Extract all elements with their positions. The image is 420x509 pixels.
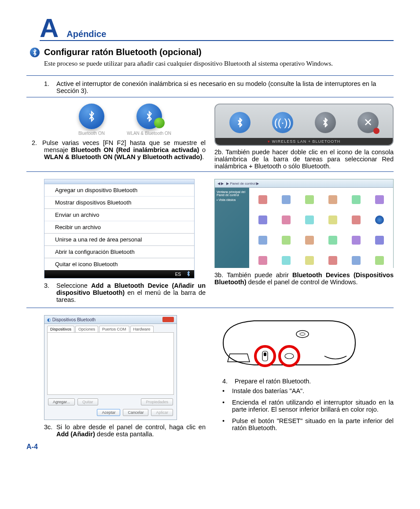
cancel-button[interactable]: Cancelar xyxy=(123,409,148,416)
menu-send-file[interactable]: Enviar un archivo xyxy=(44,209,194,221)
menu-add-device[interactable]: Agregar un dispositivo Bluetooth xyxy=(44,184,194,197)
remove-button[interactable]: Quitar xyxy=(77,398,98,405)
dialog-title: Dispositivos Bluetooth xyxy=(52,317,96,322)
section-title: Configurar ratón Bluetooth (opcional) xyxy=(44,47,202,57)
menu-join-pan[interactable]: Unirse a una red de área personal xyxy=(44,234,194,246)
divider xyxy=(26,97,394,97)
badge-bluetooth-on: Bluetooth ON xyxy=(78,104,105,136)
apply-button[interactable]: Aplicar xyxy=(151,409,173,416)
step-2b: 2b. También puede hacer doble clic en el… xyxy=(214,149,394,170)
console-label: ▾WIRELESS LAN + BLUETOOTH xyxy=(215,138,393,145)
step-4-bullet-2: •Encienda el ratón utilizando el interru… xyxy=(222,399,394,413)
step-4-bullet-1: •Instale dos baterías "AA". xyxy=(222,387,394,394)
bluetooth-devices-dialog: ◐ Dispositivos Bluetooth Dispositivos Op… xyxy=(44,315,177,420)
step-2: 2.Pulse varias veces [FN F2] hasta que s… xyxy=(44,139,206,160)
tab-hardware[interactable]: Hardware xyxy=(130,326,154,332)
control-panel-screenshot: ◀ ▶▶ Panel de control ▶ Ventana principa… xyxy=(214,179,394,268)
tab-com-ports[interactable]: Puertos COM xyxy=(99,326,129,332)
page-number: A-4 xyxy=(26,443,206,451)
console-disabled-bt-icon xyxy=(315,112,336,133)
mouse-diagram xyxy=(214,314,394,373)
bluetooth-tray-icon[interactable] xyxy=(186,271,191,277)
add-button[interactable]: Agregar... xyxy=(48,398,75,405)
console-disabled-wlan-icon: ✕ xyxy=(357,112,379,133)
console-bluetooth-icon xyxy=(229,112,251,133)
divider xyxy=(26,75,394,76)
svg-point-0 xyxy=(296,331,309,338)
menu-open-settings[interactable]: Abrir la configuración Bluetooth xyxy=(44,246,194,258)
section-intro: Este proceso se puede utilizar para añad… xyxy=(44,60,394,67)
divider xyxy=(26,171,394,172)
step-3: 3. Seleccione Add a Bluetooth Device (Añ… xyxy=(44,282,206,303)
badge-wlan-bluetooth-on: WLAN & Bluetooth ON xyxy=(127,104,171,136)
menu-statusbar: ES xyxy=(44,270,194,278)
step-3c: 3c. Si lo abre desde el panel de control… xyxy=(44,424,206,438)
divider xyxy=(26,308,394,308)
appendix-header: A Apéndice xyxy=(40,18,394,41)
tab-options[interactable]: Opciones xyxy=(75,326,98,332)
step-3b: 3b. También puede abrir Bluetooth Device… xyxy=(214,271,394,286)
step-1: 1. Active el interruptor de conexión ina… xyxy=(44,80,394,94)
bluetooth-badges: Bluetooth ON WLAN & Bluetooth ON xyxy=(44,104,206,136)
step-4-bullet-3: •Pulse el botón "RESET" situado en la pa… xyxy=(222,417,394,431)
svg-point-5 xyxy=(280,346,299,366)
menu-remove-icon[interactable]: Quitar el icono Bluetooth xyxy=(44,258,194,270)
close-icon[interactable] xyxy=(162,317,174,322)
section-title-row: Configurar ratón Bluetooth (opcional) xyxy=(30,47,394,57)
wireless-console-image: ((·)) ✕ ▾WIRELESS LAN + BLUETOOTH xyxy=(214,104,394,146)
step-4: 4. Prepare el ratón Bluetooth. xyxy=(222,378,394,385)
appendix-letter: A xyxy=(40,18,59,39)
console-wlan-icon: ((·)) xyxy=(272,112,293,133)
properties-button[interactable]: Propiedades xyxy=(141,398,173,405)
bluetooth-tray-menu: Agregar un dispositivo Bluetooth Mostrar… xyxy=(44,179,195,279)
svg-rect-4 xyxy=(264,353,266,356)
ok-button[interactable]: Aceptar xyxy=(97,409,120,416)
tab-devices[interactable]: Dispositivos xyxy=(47,326,74,332)
menu-receive-file[interactable]: Recibir un archivo xyxy=(44,221,194,234)
dialog-device-list xyxy=(47,332,174,395)
appendix-label: Apéndice xyxy=(66,29,106,39)
svg-point-1 xyxy=(300,333,305,335)
bluetooth-icon xyxy=(30,48,40,57)
svg-point-6 xyxy=(285,353,294,359)
menu-show-devices[interactable]: Mostrar dispositivos Bluetooth xyxy=(44,197,194,209)
